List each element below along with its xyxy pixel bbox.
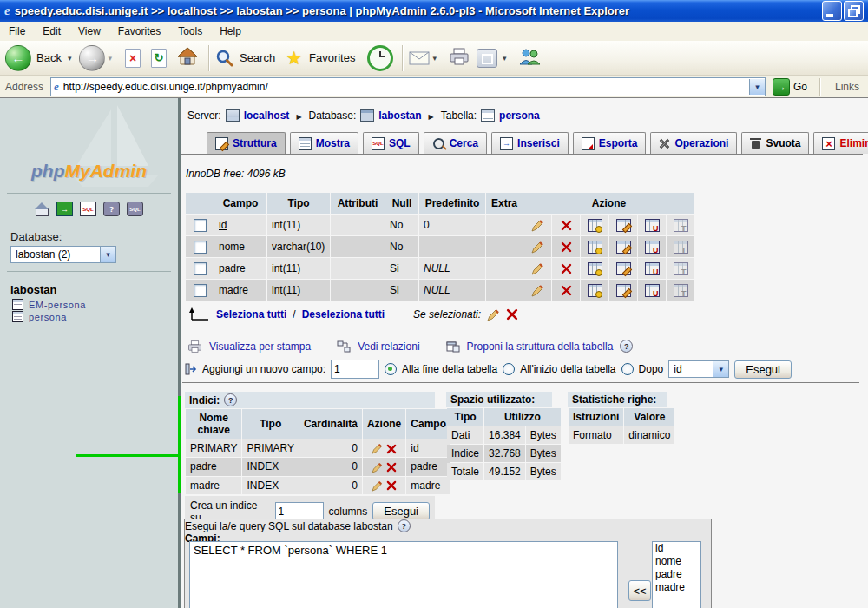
menu-help[interactable]: Help [211,23,250,40]
index-action[interactable] [609,280,637,301]
row-checkbox[interactable] [194,219,207,232]
help-icon[interactable] [620,340,633,353]
menu-view[interactable]: View [69,23,109,40]
go-icon[interactable] [773,78,790,96]
stop-button[interactable] [125,49,141,68]
go-button[interactable]: Go [793,81,807,93]
field-option[interactable]: nome [653,555,700,568]
sql-query-textarea[interactable]: SELECT * FROM `persona` WHERE 1 [189,541,618,608]
primary-action[interactable] [581,280,608,301]
tab-cerca[interactable]: Cerca [424,132,487,154]
drop-index-icon[interactable] [386,444,397,454]
edit-index-icon[interactable] [372,462,383,473]
tab-esporta[interactable]: Esporta [573,132,647,154]
index-action[interactable] [609,236,637,257]
home-icon[interactable] [35,202,49,215]
links-button[interactable]: Links [835,81,859,93]
edit-index-icon[interactable] [372,480,383,492]
tab-inserisci[interactable]: Inserisci [491,132,569,154]
primary-action[interactable] [581,215,608,235]
database-select-arrow[interactable] [100,247,115,262]
minimize-button[interactable] [822,1,842,21]
add-field-count-input[interactable] [331,360,379,379]
index-action[interactable] [609,215,637,235]
field-option[interactable]: id [653,542,700,555]
database-select[interactable]: labostan (2) [10,246,116,263]
drop-action[interactable] [552,215,580,235]
unique-action[interactable] [638,215,666,235]
help-icon[interactable] [224,393,237,406]
back-dropdown[interactable] [68,54,72,63]
menu-tools[interactable]: Tools [169,23,211,40]
search-button[interactable]: Search [215,49,279,68]
tab-struttura[interactable]: Struttura [207,132,286,154]
primary-action[interactable] [581,236,608,257]
menu-file[interactable]: File [0,23,34,40]
sidebar-table-persona[interactable]: persona [12,311,67,322]
drop-action[interactable] [552,280,580,301]
refresh-button[interactable] [151,49,167,68]
help-icon[interactable] [103,202,120,216]
edit-action[interactable] [523,215,551,235]
breadcrumb-server-link[interactable]: localhost [244,109,290,122]
unique-action[interactable] [638,280,666,301]
tab-mostra[interactable]: Mostra [290,132,358,154]
insert-field-button[interactable]: << [628,580,651,601]
unique-action[interactable] [638,236,666,257]
menu-edit[interactable]: Edit [34,23,69,40]
forward-dropdown[interactable] [108,54,112,63]
row-checkbox[interactable] [194,241,207,254]
edit-dropdown[interactable] [503,54,507,63]
breadcrumb-table-link[interactable]: persona [499,109,540,122]
edit-action[interactable] [523,258,551,279]
index-action[interactable] [609,258,637,279]
select-arrow[interactable] [713,361,728,377]
help-icon[interactable] [398,519,411,532]
back-button[interactable]: Back [5,45,74,71]
home-button[interactable] [177,47,198,69]
edit-index-icon[interactable] [372,443,383,454]
mail-button[interactable] [409,51,439,65]
propose-structure-link[interactable]: Proponi la struttura della tabella [467,340,614,353]
forward-button[interactable] [79,45,115,71]
messenger-button[interactable] [518,48,541,68]
history-button[interactable] [367,45,393,71]
sidebar-table-em-persona[interactable]: EM-persona [12,299,86,310]
radio-after[interactable] [621,363,634,375]
mail-dropdown[interactable] [432,54,437,63]
restore-button[interactable] [844,1,864,21]
row-checkbox[interactable] [194,262,207,275]
drop-index-icon[interactable] [386,480,397,491]
breadcrumb-database-link[interactable]: labostan [378,109,421,122]
drop-selected-icon[interactable] [506,308,518,321]
tab-operazioni[interactable]: Operazioni [650,132,737,154]
row-checkbox[interactable] [194,284,207,297]
primary-action[interactable] [581,258,608,279]
favorites-button[interactable]: Favorites [284,48,358,69]
edit-button[interactable] [474,49,510,68]
unique-action[interactable] [638,258,666,279]
select-all-link[interactable]: Seleziona tutti [216,308,286,321]
sql-icon[interactable] [80,202,96,216]
print-view-link[interactable]: Visualizza per stampa [209,340,311,353]
query-window-icon[interactable] [127,202,143,216]
deselect-all-link[interactable]: Deseleziona tutti [302,308,385,321]
field-option[interactable]: madre [653,581,700,594]
drop-action[interactable] [552,258,580,279]
relations-link[interactable]: Vedi relazioni [358,340,419,353]
drop-index-icon[interactable] [386,462,397,473]
edit-selected-icon[interactable] [487,308,500,321]
address-input[interactable] [63,81,749,93]
fields-listbox[interactable]: id nome padre madre [652,541,701,608]
tab-elimina[interactable]: Elimina [813,132,868,154]
tab-sql[interactable]: SQL [363,132,419,154]
tab-svuota[interactable]: Svuota [741,132,809,154]
add-field-go-button[interactable]: Esegui [734,360,792,379]
edit-action[interactable] [523,280,551,301]
after-field-select[interactable]: id [668,360,729,378]
radio-at-end[interactable] [385,363,397,375]
edit-action[interactable] [523,236,551,257]
print-button[interactable] [449,48,470,68]
field-option[interactable]: padre [653,568,700,581]
drop-action[interactable] [552,236,580,257]
